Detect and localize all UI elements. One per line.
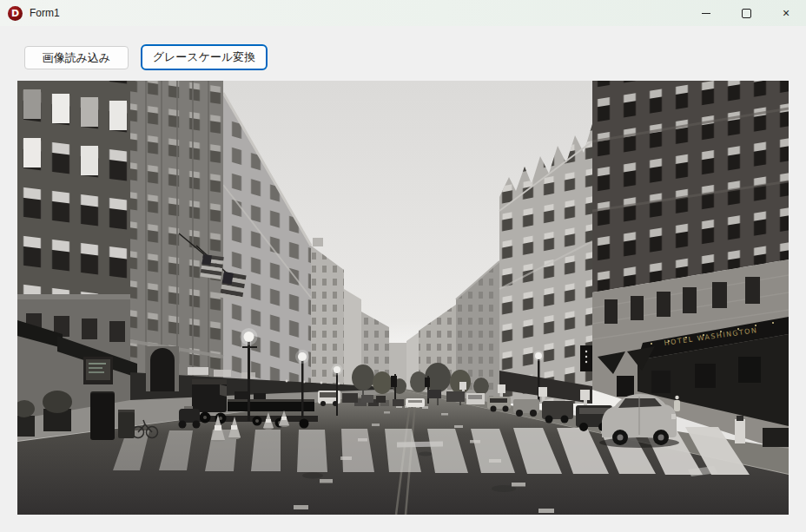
load-image-button[interactable]: 画像読み込み: [24, 46, 129, 69]
picture-box: HOTEL WASHINGTON: [17, 81, 789, 515]
window-title: Form1: [30, 7, 60, 19]
app-icon-letter: D: [11, 9, 19, 18]
delphi-app-icon: D: [8, 6, 23, 21]
street-photo: HOTEL WASHINGTON: [17, 81, 789, 515]
grayscale-convert-button[interactable]: グレースケール変換: [141, 44, 268, 70]
maximize-button[interactable]: [726, 0, 766, 26]
minimize-button[interactable]: [686, 0, 726, 26]
close-button[interactable]: ×: [766, 0, 806, 26]
form-window: D Form1 × 画像読み込み グレースケール変換: [0, 0, 806, 532]
foreground-left-building: [17, 81, 130, 421]
minimize-icon: [702, 13, 710, 14]
titlebar: D Form1 ×: [0, 0, 806, 26]
maximize-icon: [742, 9, 751, 18]
window-controls: ×: [686, 0, 806, 26]
